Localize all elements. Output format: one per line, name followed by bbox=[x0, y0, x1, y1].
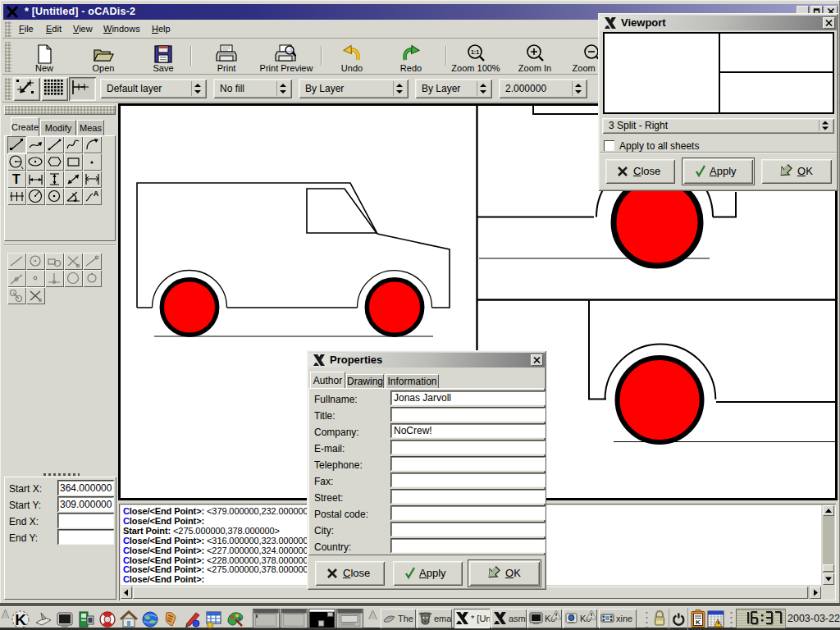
svg-text:K: K bbox=[696, 619, 701, 626]
svg-text:K: K bbox=[15, 611, 26, 628]
svg-text:T: T bbox=[12, 172, 21, 186]
svg-text:1:1: 1:1 bbox=[471, 49, 479, 55]
svg-text:A: A bbox=[94, 189, 99, 198]
